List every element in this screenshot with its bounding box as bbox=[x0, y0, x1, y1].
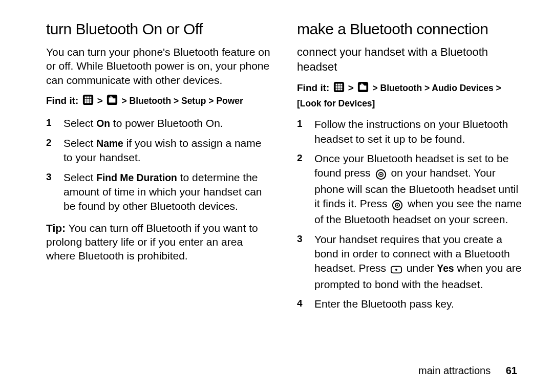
svg-rect-21 bbox=[338, 89, 340, 91]
text: Select bbox=[63, 171, 96, 183]
svg-rect-3 bbox=[89, 96, 91, 98]
svg-point-33 bbox=[395, 269, 397, 271]
right-subheading: connect your handset with a Bluetooth he… bbox=[297, 45, 522, 74]
ok-target-icon bbox=[391, 198, 403, 212]
svg-rect-1 bbox=[84, 96, 87, 98]
page-footer: main attractions 61 bbox=[46, 365, 522, 377]
svg-rect-17 bbox=[335, 86, 337, 88]
text: under bbox=[403, 262, 437, 274]
findit-label: Find it: bbox=[297, 82, 329, 93]
svg-rect-5 bbox=[87, 99, 89, 101]
bold-term: Find Me Duration bbox=[96, 172, 177, 183]
svg-rect-8 bbox=[87, 101, 89, 103]
right-findit: Find it: > > Bluetooth > Audio Devices >… bbox=[297, 81, 522, 110]
bold-term: On bbox=[96, 118, 110, 129]
left-findit: Find it: > > Bluetooth > Setup > Power bbox=[46, 94, 271, 110]
footer-section: main attractions bbox=[418, 365, 491, 376]
left-steps: Select On to power Bluetooth On. Select … bbox=[46, 116, 271, 213]
right-heading: make a Bluetooth connection bbox=[297, 20, 522, 38]
text: Select bbox=[63, 117, 96, 129]
left-step-3: Select Find Me Duration to determine the… bbox=[46, 170, 271, 214]
manual-page: turn Bluetooth On or Off You can turn yo… bbox=[0, 0, 553, 392]
two-column-layout: turn Bluetooth On or Off You can turn yo… bbox=[46, 20, 522, 365]
left-findit-path: > Bluetooth > Setup > Power bbox=[122, 96, 243, 106]
tools-folder-icon bbox=[357, 81, 369, 97]
left-step-1: Select On to power Bluetooth On. bbox=[46, 116, 271, 130]
right-step-3: Your handset requires that you create a … bbox=[297, 232, 522, 292]
svg-rect-2 bbox=[87, 96, 89, 98]
right-steps: Follow the instructions on your Bluetoot… bbox=[297, 117, 522, 311]
text: to power Bluetooth On. bbox=[110, 117, 223, 129]
svg-rect-6 bbox=[89, 99, 91, 101]
svg-rect-14 bbox=[335, 84, 337, 86]
right-step-2: Once your Bluetooth headset is set to be… bbox=[297, 151, 522, 227]
text: Enter the Bluetooth pass key. bbox=[314, 298, 454, 310]
left-heading: turn Bluetooth On or Off bbox=[46, 20, 271, 38]
svg-rect-7 bbox=[84, 101, 87, 103]
svg-rect-16 bbox=[340, 84, 342, 86]
svg-rect-4 bbox=[84, 99, 87, 101]
svg-point-28 bbox=[380, 174, 381, 176]
left-intro: You can turn your phone's Bluetooth feat… bbox=[46, 45, 271, 87]
left-tip: Tip: You can turn off Bluetooth if you w… bbox=[46, 221, 271, 263]
text: Follow the instructions on your Bluetoot… bbox=[314, 118, 508, 144]
menu-grid-icon bbox=[82, 94, 94, 110]
tip-text: You can turn off Bluetooth if you want t… bbox=[46, 222, 258, 262]
bold-term: Yes bbox=[437, 263, 454, 274]
softkey-dot-icon bbox=[390, 263, 402, 277]
left-step-2: Select Name if you wish to assign a name… bbox=[46, 136, 271, 165]
right-step-1: Follow the instructions on your Bluetoot… bbox=[297, 117, 522, 146]
bold-term: Name bbox=[96, 138, 123, 149]
tip-label: Tip: bbox=[46, 222, 66, 234]
svg-point-31 bbox=[397, 204, 398, 206]
menu-grid-icon bbox=[333, 81, 345, 97]
text: Select bbox=[63, 137, 96, 149]
ok-target-icon bbox=[375, 167, 387, 182]
svg-rect-19 bbox=[340, 86, 342, 88]
left-column: turn Bluetooth On or Off You can turn yo… bbox=[46, 20, 271, 365]
svg-rect-20 bbox=[335, 89, 337, 91]
page-number: 61 bbox=[506, 365, 517, 376]
svg-rect-18 bbox=[338, 86, 340, 88]
right-column: make a Bluetooth connection connect your… bbox=[297, 20, 522, 365]
svg-rect-15 bbox=[338, 84, 340, 86]
findit-label: Find it: bbox=[46, 95, 78, 106]
svg-rect-22 bbox=[340, 89, 342, 91]
tools-folder-icon bbox=[107, 94, 118, 110]
right-step-4: Enter the Bluetooth pass key. bbox=[297, 297, 522, 311]
svg-rect-9 bbox=[89, 101, 91, 103]
